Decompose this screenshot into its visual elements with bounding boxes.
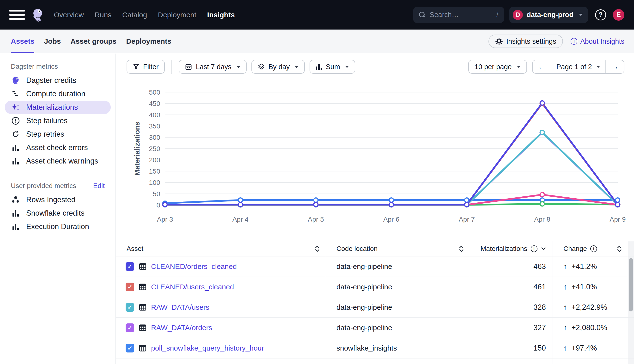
change-value: +2,242.9%: [572, 303, 607, 312]
prev-page-button[interactable]: ←: [533, 60, 551, 73]
sidebar-item-dagster-credits[interactable]: Dagster credits: [5, 74, 111, 87]
svg-text:0: 0: [156, 202, 160, 209]
sidebar-item-label: Compute duration: [26, 90, 85, 98]
tab-jobs[interactable]: Jobs: [44, 30, 61, 53]
table-row: RAW_DATA/orders data-eng-pipeline 327 +2…: [116, 318, 634, 338]
sidebar-item-asset-check-errors[interactable]: Asset check errors: [5, 141, 111, 154]
series-checkbox[interactable]: [126, 303, 134, 312]
column-header-code-location[interactable]: Code location: [326, 241, 470, 256]
series-checkbox[interactable]: [126, 282, 134, 291]
sidebar-item-compute-duration[interactable]: Compute duration: [5, 87, 111, 100]
svg-text:250: 250: [149, 145, 160, 152]
asset-link[interactable]: RAW_DATA/users: [151, 303, 210, 312]
series-checkbox[interactable]: [126, 324, 134, 332]
sidebar-item-rows-ingested[interactable]: Rows Ingested: [5, 193, 111, 206]
nav-item-overview[interactable]: Overview: [54, 11, 84, 19]
filter-button[interactable]: Filter: [126, 60, 165, 74]
about-insights-link[interactable]: i About Insights: [570, 38, 624, 46]
sidebar-item-step-retries[interactable]: Step retries: [5, 128, 111, 141]
sidebar-item-execution-duration[interactable]: Execution Duration: [5, 220, 111, 234]
tab-asset-groups[interactable]: Asset groups: [70, 30, 116, 53]
sidebar-item-snowflake-credits[interactable]: Snowflake credits: [5, 206, 111, 220]
nav-item-runs[interactable]: Runs: [94, 11, 112, 19]
granularity-dropdown[interactable]: By day: [252, 60, 305, 74]
sidebar-item-label: Asset check warnings: [26, 157, 98, 166]
sidebar-item-materializations[interactable]: Materializations: [5, 100, 111, 114]
table-asset-icon: [138, 283, 147, 291]
sidebar-item-asset-check-warnings[interactable]: Asset check warnings: [5, 154, 111, 168]
asset-link[interactable]: CLEANED/orders_cleaned: [151, 262, 237, 270]
table-header: Asset Code location Materializations i: [116, 241, 634, 256]
nav-item-catalog[interactable]: Catalog: [122, 11, 147, 19]
insights-settings-button[interactable]: Insights settings: [488, 34, 563, 48]
table-row: CLEANED/… data-eng-pipeline: [116, 358, 634, 364]
table-row: CLEANED/users_cleaned data-eng-pipeline …: [116, 277, 634, 297]
table-row: RAW_DATA/users data-eng-pipeline 328 +2,…: [116, 297, 634, 318]
info-icon[interactable]: i: [531, 246, 538, 252]
table-asset-icon: [138, 324, 147, 332]
page-indicator-dropdown[interactable]: Page 1 of 2: [551, 60, 606, 73]
sidebar-item-step-failures[interactable]: Step failures: [5, 114, 111, 128]
calendar-icon: [185, 63, 192, 70]
asset-link[interactable]: poll_snowflake_query_history_hour: [151, 344, 264, 352]
series-checkbox[interactable]: [126, 344, 134, 352]
toolbar-separator: [172, 60, 172, 74]
edit-metrics-link[interactable]: Edit: [93, 182, 105, 190]
insights-settings-label: Insights settings: [506, 38, 556, 46]
pagination-control: ← Page 1 of 2 →: [532, 60, 624, 74]
column-header-asset[interactable]: Asset: [116, 241, 326, 256]
nav-item-insights[interactable]: Insights: [207, 11, 235, 19]
sort-icon[interactable]: [459, 245, 464, 252]
sidebar-item-label: Asset check errors: [26, 143, 88, 152]
svg-text:Apr 9: Apr 9: [610, 216, 626, 223]
table-row: poll_snowflake_query_history_hour snowfl…: [116, 338, 634, 358]
svg-text:450: 450: [149, 100, 160, 107]
avatar[interactable]: E: [613, 9, 624, 21]
chevron-down-icon: [541, 247, 546, 251]
info-icon[interactable]: i: [590, 246, 597, 252]
svg-text:Apr 7: Apr 7: [459, 216, 475, 223]
svg-text:400: 400: [149, 111, 160, 118]
table-asset-icon: [138, 262, 147, 270]
column-header-materializations[interactable]: Materializations i: [470, 241, 553, 256]
workspace-switcher[interactable]: D data-eng-prod: [509, 7, 588, 23]
nav-item-deployment[interactable]: Deployment: [158, 11, 196, 19]
code-location-value: data-eng-pipeline: [336, 262, 392, 270]
asset-link[interactable]: RAW_DATA/orders: [151, 324, 212, 332]
workspace-badge: D: [513, 10, 523, 20]
dagster-logo-icon[interactable]: [31, 8, 45, 22]
asset-link[interactable]: CLEANED/users_cleaned: [151, 283, 234, 291]
up-arrow-icon: [564, 344, 567, 352]
tab-assets[interactable]: Assets: [11, 30, 34, 53]
about-insights-label: About Insights: [580, 38, 624, 46]
chevron-down-icon: [596, 66, 600, 68]
sort-icon[interactable]: [314, 245, 320, 252]
chevron-down-icon: [517, 66, 521, 68]
gear-icon: [495, 38, 503, 45]
next-page-button[interactable]: →: [606, 60, 624, 73]
materializations-value: 328: [534, 303, 546, 312]
sparkles-icon: [11, 103, 20, 112]
chevron-down-icon: [295, 66, 298, 68]
compute-steps-icon: [11, 90, 20, 98]
main-content: Filter Last 7 days: [116, 54, 634, 364]
svg-text:500: 500: [149, 88, 160, 96]
materializations-line-chart: 050100150200250300350400450500Apr 3Apr 4…: [131, 82, 632, 226]
help-icon[interactable]: ?: [595, 9, 606, 20]
date-range-dropdown[interactable]: Last 7 days: [179, 60, 246, 74]
column-header-change[interactable]: Change i: [553, 241, 628, 256]
hamburger-menu-icon[interactable]: [9, 10, 25, 20]
sidebar-item-label: Execution Duration: [26, 222, 89, 231]
search-input[interactable]: Search… /: [413, 7, 504, 23]
aggregation-dropdown[interactable]: Sum: [310, 60, 355, 74]
bar-chart-icon: [11, 209, 20, 218]
workspace-name: data-eng-prod: [527, 11, 574, 19]
up-arrow-icon: [564, 282, 567, 291]
materializations-value: 461: [534, 282, 546, 291]
sort-icon[interactable]: [617, 245, 622, 252]
materializations-value: 463: [534, 262, 546, 271]
per-page-dropdown[interactable]: 10 per page: [468, 60, 527, 74]
tab-deployments[interactable]: Deployments: [126, 30, 171, 53]
table-scrollbar[interactable]: [629, 258, 633, 312]
series-checkbox[interactable]: [126, 262, 134, 271]
